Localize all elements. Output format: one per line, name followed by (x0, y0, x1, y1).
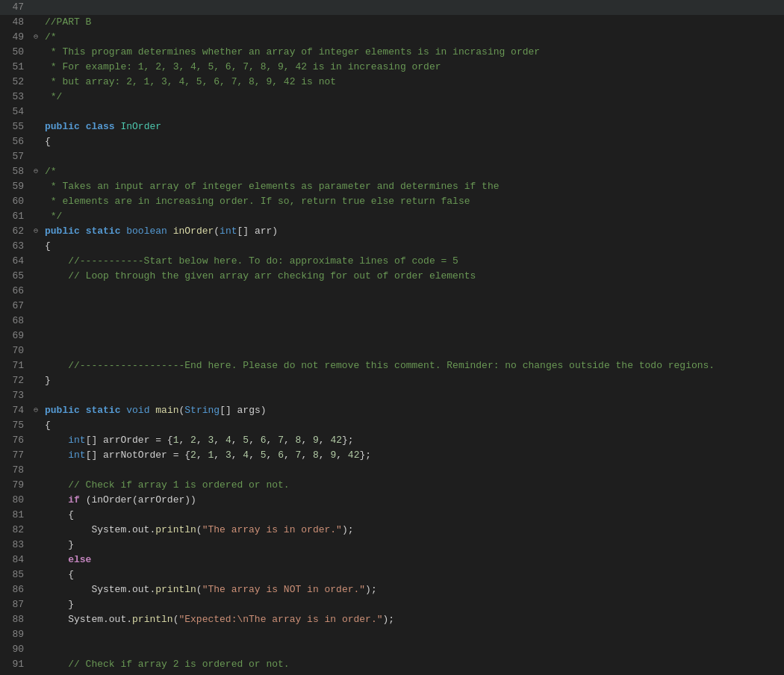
line-number: 63 (0, 239, 30, 254)
line-number: 92 (0, 672, 30, 675)
line-number: 82 (0, 523, 30, 538)
code-line: 57 (0, 149, 784, 164)
code-line: 51 * For example: 1, 2, 3, 4, 5, 6, 7, 8… (0, 60, 784, 75)
line-number: 60 (0, 194, 30, 209)
code-line: 53 */ (0, 90, 784, 105)
code-content: public static void main(String[] args) (42, 403, 784, 418)
code-content: //-----------Start below here. To do: ap… (42, 254, 784, 269)
code-content: // Loop through the given array arr chec… (42, 269, 784, 284)
line-number: 49 (0, 30, 30, 45)
code-content: } (42, 538, 784, 553)
code-line: 50 * This program determines whether an … (0, 45, 784, 60)
code-content: // Check if array 2 is ordered or not. (42, 657, 784, 672)
code-line: 80 if (inOrder(arrOrder)) (0, 493, 784, 508)
code-line: 52 * but array: 2, 1, 3, 4, 5, 6, 7, 8, … (0, 75, 784, 90)
line-number: 77 (0, 448, 30, 463)
code-line: 59 * Takes an input array of integer ele… (0, 179, 784, 194)
code-content: /* (42, 30, 784, 45)
code-content: public static boolean inOrder(int[] arr) (42, 224, 784, 239)
code-line: 79 // Check if array 1 is ordered or not… (0, 478, 784, 493)
line-number: 65 (0, 269, 30, 284)
fold-icon[interactable]: ⊖ (30, 30, 42, 45)
code-line: 75{ (0, 418, 784, 433)
code-content: { (42, 508, 784, 523)
line-number: 48 (0, 15, 30, 30)
code-line: 60 * elements are in increasing order. I… (0, 194, 784, 209)
code-content: System.out.println("The array is in orde… (42, 523, 784, 538)
line-number: 69 (0, 329, 30, 343)
code-line: 85 { (0, 567, 784, 582)
code-content: */ (42, 90, 784, 105)
line-number: 70 (0, 343, 30, 358)
fold-icon[interactable]: ⊖ (30, 224, 42, 239)
line-number: 73 (0, 388, 30, 403)
fold-icon[interactable]: ⊖ (30, 164, 42, 179)
code-content: int[] arrNotOrder = {2, 1, 3, 4, 5, 6, 7… (42, 448, 784, 463)
code-line: 62⊖public static boolean inOrder(int[] a… (0, 224, 784, 239)
line-number: 66 (0, 284, 30, 299)
code-content: * This program determines whether an arr… (42, 45, 784, 60)
code-line: 66 (0, 284, 784, 299)
code-content: { (42, 567, 784, 582)
code-line: 78 (0, 463, 784, 478)
code-line: 86 System.out.println("The array is NOT … (0, 582, 784, 597)
code-line: 84 else (0, 553, 784, 567)
code-content: // Check if array 1 is ordered or not. (42, 478, 784, 493)
line-number: 68 (0, 314, 30, 329)
code-line: 49⊖/* (0, 30, 784, 45)
code-line: 65 // Loop through the given array arr c… (0, 269, 784, 284)
line-number: 50 (0, 45, 30, 60)
code-line: 83 } (0, 538, 784, 553)
code-line: 54 (0, 105, 784, 119)
code-editor: 4748//PART B49⊖/*50 * This program deter… (0, 0, 784, 675)
line-number: 53 (0, 90, 30, 105)
code-content: else (42, 553, 784, 567)
code-line: 73 (0, 388, 784, 403)
code-content: //------------------End here. Please do … (42, 358, 784, 373)
code-line: 64 //-----------Start below here. To do:… (0, 254, 784, 269)
code-content: int[] arrOrder = {1, 2, 3, 4, 5, 6, 7, 8… (42, 433, 784, 448)
line-number: 84 (0, 553, 30, 567)
code-line: 89 (0, 627, 784, 642)
line-number: 90 (0, 642, 30, 657)
line-number: 72 (0, 373, 30, 388)
code-content: { (42, 418, 784, 433)
line-number: 61 (0, 209, 30, 224)
line-number: 59 (0, 179, 30, 194)
line-number: 76 (0, 433, 30, 448)
code-content: * elements are in increasing order. If s… (42, 194, 784, 209)
line-number: 91 (0, 657, 30, 672)
code-line: 67 (0, 299, 784, 314)
code-line: 90 (0, 642, 784, 657)
code-line: 71 //------------------End here. Please … (0, 358, 784, 373)
line-number: 81 (0, 508, 30, 523)
code-line: 61 */ (0, 209, 784, 224)
line-number: 57 (0, 149, 30, 164)
line-number: 87 (0, 597, 30, 612)
line-number: 74 (0, 403, 30, 418)
code-content: { (42, 239, 784, 254)
code-line: 82 System.out.println("The array is in o… (0, 523, 784, 538)
line-number: 75 (0, 418, 30, 433)
code-content: System.out.println("The array is NOT in … (42, 582, 784, 597)
code-content: if (inOrder(arrNotOrder)) (42, 672, 784, 675)
code-content: * Takes an input array of integer elemen… (42, 179, 784, 194)
code-line: 77 int[] arrNotOrder = {2, 1, 3, 4, 5, 6… (0, 448, 784, 463)
line-number: 83 (0, 538, 30, 553)
line-number: 89 (0, 627, 30, 642)
line-number: 67 (0, 299, 30, 314)
code-line: 91 // Check if array 2 is ordered or not… (0, 657, 784, 672)
code-line: 47 (0, 0, 784, 15)
code-line: 81 { (0, 508, 784, 523)
code-content: } (42, 597, 784, 612)
line-number: 52 (0, 75, 30, 90)
code-content: */ (42, 209, 784, 224)
line-number: 86 (0, 582, 30, 597)
fold-icon[interactable]: ⊖ (30, 403, 42, 418)
code-line: 72} (0, 373, 784, 388)
code-line: 63{ (0, 239, 784, 254)
line-number: 47 (0, 0, 30, 15)
code-content: { (42, 134, 784, 149)
code-line: 48//PART B (0, 15, 784, 30)
line-number: 78 (0, 463, 30, 478)
